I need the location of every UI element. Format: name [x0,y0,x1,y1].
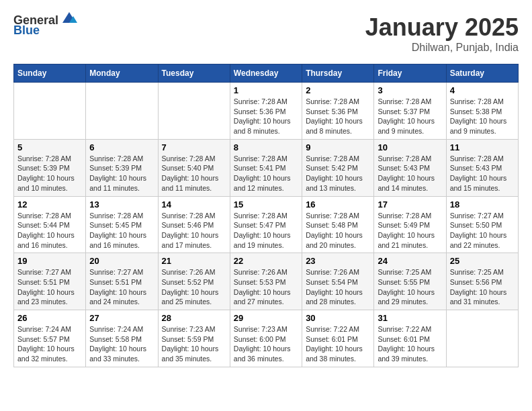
day-info: Sunrise: 7:25 AMSunset: 5:56 PMDaylight:… [450,267,515,307]
day-info: Sunrise: 7:26 AMSunset: 5:54 PMDaylight:… [306,267,370,307]
day-info: Sunrise: 7:27 AMSunset: 5:51 PMDaylight:… [89,267,154,307]
day-info: Sunrise: 7:23 AMSunset: 5:59 PMDaylight:… [162,324,226,364]
day-number: 23 [306,256,370,266]
calendar-week-4: 19Sunrise: 7:27 AMSunset: 5:51 PMDayligh… [14,253,519,310]
day-number: 29 [234,313,298,323]
day-info: Sunrise: 7:28 AMSunset: 5:36 PMDaylight:… [306,97,370,136]
calendar-cell [14,83,86,140]
day-info: Sunrise: 7:28 AMSunset: 5:43 PMDaylight:… [378,154,442,193]
weekday-header-saturday: Saturday [446,64,518,83]
calendar-cell [158,83,230,140]
calendar-cell: 18Sunrise: 7:27 AMSunset: 5:50 PMDayligh… [446,196,518,253]
weekday-header-sunday: Sunday [14,64,86,83]
day-number: 30 [306,313,370,323]
day-info: Sunrise: 7:28 AMSunset: 5:38 PMDaylight:… [450,97,515,136]
day-number: 27 [89,313,154,323]
calendar-cell [86,83,158,140]
day-info: Sunrise: 7:27 AMSunset: 5:50 PMDaylight:… [450,211,515,250]
calendar-cell: 16Sunrise: 7:28 AMSunset: 5:48 PMDayligh… [302,196,374,253]
calendar-cell: 2Sunrise: 7:28 AMSunset: 5:36 PMDaylight… [302,83,374,140]
calendar-cell: 14Sunrise: 7:28 AMSunset: 5:46 PMDayligh… [158,196,230,253]
calendar-cell: 17Sunrise: 7:28 AMSunset: 5:49 PMDayligh… [374,196,446,253]
calendar-cell: 30Sunrise: 7:22 AMSunset: 6:01 PMDayligh… [302,310,374,367]
weekday-header-tuesday: Tuesday [158,64,230,83]
day-info: Sunrise: 7:28 AMSunset: 5:39 PMDaylight:… [89,154,154,193]
calendar-cell: 13Sunrise: 7:28 AMSunset: 5:45 PMDayligh… [86,196,158,253]
day-info: Sunrise: 7:24 AMSunset: 5:58 PMDaylight:… [89,324,154,364]
day-info: Sunrise: 7:26 AMSunset: 5:53 PMDaylight:… [234,267,298,307]
calendar-cell: 20Sunrise: 7:27 AMSunset: 5:51 PMDayligh… [86,253,158,310]
day-number: 28 [162,313,226,323]
day-number: 2 [306,85,370,95]
calendar-cell: 3Sunrise: 7:28 AMSunset: 5:37 PMDaylight… [374,83,446,140]
calendar-cell: 4Sunrise: 7:28 AMSunset: 5:38 PMDaylight… [446,83,518,140]
day-number: 1 [234,85,298,95]
day-number: 19 [17,256,82,266]
day-number: 5 [17,142,82,152]
day-number: 7 [162,142,226,152]
calendar-cell: 22Sunrise: 7:26 AMSunset: 5:53 PMDayligh… [230,253,302,310]
day-info: Sunrise: 7:22 AMSunset: 6:01 PMDaylight:… [306,324,370,364]
day-info: Sunrise: 7:28 AMSunset: 5:46 PMDaylight:… [162,211,226,250]
day-number: 25 [450,256,515,266]
calendar-cell: 25Sunrise: 7:25 AMSunset: 5:56 PMDayligh… [446,253,518,310]
calendar-cell: 28Sunrise: 7:23 AMSunset: 5:59 PMDayligh… [158,310,230,367]
calendar-cell: 6Sunrise: 7:28 AMSunset: 5:39 PMDaylight… [86,139,158,196]
calendar-week-2: 5Sunrise: 7:28 AMSunset: 5:39 PMDaylight… [14,139,519,196]
day-info: Sunrise: 7:28 AMSunset: 5:42 PMDaylight:… [306,154,370,193]
calendar-cell: 10Sunrise: 7:28 AMSunset: 5:43 PMDayligh… [374,139,446,196]
calendar-cell: 23Sunrise: 7:26 AMSunset: 5:54 PMDayligh… [302,253,374,310]
day-number: 10 [378,142,442,152]
calendar-cell: 31Sunrise: 7:22 AMSunset: 6:01 PMDayligh… [374,310,446,367]
day-number: 20 [89,256,154,266]
weekday-header-monday: Monday [86,64,158,83]
calendar-cell: 1Sunrise: 7:28 AMSunset: 5:36 PMDaylight… [230,83,302,140]
day-info: Sunrise: 7:28 AMSunset: 5:36 PMDaylight:… [234,97,298,136]
calendar-week-3: 12Sunrise: 7:28 AMSunset: 5:44 PMDayligh… [14,196,519,253]
day-info: Sunrise: 7:26 AMSunset: 5:52 PMDaylight:… [162,267,226,307]
day-number: 22 [234,256,298,266]
day-info: Sunrise: 7:27 AMSunset: 5:51 PMDaylight:… [17,267,82,307]
calendar-cell: 12Sunrise: 7:28 AMSunset: 5:44 PMDayligh… [14,196,86,253]
calendar-week-5: 26Sunrise: 7:24 AMSunset: 5:57 PMDayligh… [14,310,519,367]
calendar-cell: 15Sunrise: 7:28 AMSunset: 5:47 PMDayligh… [230,196,302,253]
day-info: Sunrise: 7:28 AMSunset: 5:48 PMDaylight:… [306,211,370,250]
day-info: Sunrise: 7:28 AMSunset: 5:40 PMDaylight:… [162,154,226,193]
weekday-header-wednesday: Wednesday [230,64,302,83]
day-info: Sunrise: 7:25 AMSunset: 5:55 PMDaylight:… [378,267,442,307]
day-info: Sunrise: 7:28 AMSunset: 5:37 PMDaylight:… [378,97,442,136]
calendar-cell: 24Sunrise: 7:25 AMSunset: 5:55 PMDayligh… [374,253,446,310]
calendar-cell: 21Sunrise: 7:26 AMSunset: 5:52 PMDayligh… [158,253,230,310]
page-header: General Blue January 2025 Dhilwan, Punja… [13,13,519,54]
calendar-cell [446,310,518,367]
day-info: Sunrise: 7:28 AMSunset: 5:41 PMDaylight:… [234,154,298,193]
logo-icon [60,11,79,26]
day-number: 14 [162,199,226,210]
day-number: 8 [234,142,298,152]
day-info: Sunrise: 7:28 AMSunset: 5:47 PMDaylight:… [234,211,298,250]
calendar-cell: 11Sunrise: 7:28 AMSunset: 5:43 PMDayligh… [446,139,518,196]
day-number: 6 [89,142,154,152]
calendar-cell: 9Sunrise: 7:28 AMSunset: 5:42 PMDaylight… [302,139,374,196]
calendar-cell: 7Sunrise: 7:28 AMSunset: 5:40 PMDaylight… [158,139,230,196]
weekday-header-row: SundayMondayTuesdayWednesdayThursdayFrid… [14,64,519,83]
day-number: 24 [378,256,442,266]
calendar-cell: 29Sunrise: 7:23 AMSunset: 6:00 PMDayligh… [230,310,302,367]
calendar-cell: 27Sunrise: 7:24 AMSunset: 5:58 PMDayligh… [86,310,158,367]
day-number: 16 [306,199,370,210]
calendar-cell: 19Sunrise: 7:27 AMSunset: 5:51 PMDayligh… [14,253,86,310]
day-number: 26 [17,313,82,323]
day-info: Sunrise: 7:24 AMSunset: 5:57 PMDaylight:… [17,324,82,364]
day-number: 4 [450,85,515,95]
day-number: 18 [450,199,515,210]
weekday-header-thursday: Thursday [302,64,374,83]
day-info: Sunrise: 7:28 AMSunset: 5:45 PMDaylight:… [89,211,154,250]
day-number: 12 [17,199,82,210]
day-number: 15 [234,199,298,210]
day-info: Sunrise: 7:28 AMSunset: 5:39 PMDaylight:… [17,154,82,193]
day-number: 21 [162,256,226,266]
day-number: 3 [378,85,442,95]
logo: General Blue [13,13,79,38]
calendar-cell: 26Sunrise: 7:24 AMSunset: 5:57 PMDayligh… [14,310,86,367]
day-number: 11 [450,142,515,152]
